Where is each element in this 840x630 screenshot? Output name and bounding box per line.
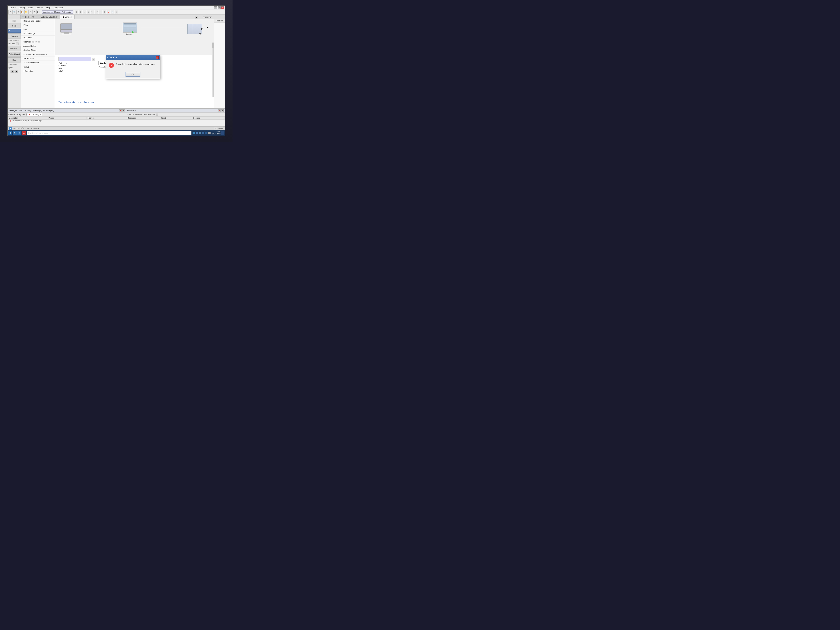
menu-debug[interactable]: Debug [17,6,26,9]
toolbar-stop-btn[interactable]: ■ [87,10,90,14]
dialog-message: No device is responding to the scan requ… [116,63,155,66]
menu-online[interactable]: Online [8,6,17,9]
next-bookmark-btn[interactable]: ↓ Next Bookmark [143,114,155,115]
minimize-button[interactable]: − [214,6,217,9]
sys-tray-network-icon[interactable] [205,132,207,134]
toolbar-btn-5[interactable]: 📁 [24,10,28,14]
toolbar-btn-12[interactable]: ⟶ [95,10,98,14]
toolbar-btn-1[interactable]: ✕ [8,10,12,14]
bookmarks-title: Bookmarks [127,109,136,112]
window-controls: − □ ✕ [214,6,224,9]
toolbar-btn-10[interactable]: ⚙ [79,10,82,14]
sys-tray-icon-2[interactable] [196,132,198,134]
taskbar-record-btn[interactable]: ⏺ [22,131,26,135]
status-toolbox-btn[interactable]: ⊞ [214,127,217,130]
nav-backup-restore[interactable]: Backup and Restore [21,19,55,23]
close-button[interactable]: ✕ [221,6,224,9]
tab-gateway[interactable]: 🔗 Gateway_EtherNetIP [36,15,60,19]
reboot-button[interactable]: Reboot target [8,52,21,57]
messages-cell-desc: No connection to target: Ein Verbindungs… [8,120,47,122]
toolbar-btn-8[interactable]: ▶ [36,10,40,14]
dialog-buttons: OK [106,71,160,79]
messages-title: Messages - Total: 1 error(s), 0 warning(… [9,109,54,112]
sidebar-input[interactable]: ht [8,29,21,33]
toolbar-btn-4[interactable]: 📋 [21,10,24,14]
toolbar-run-btn[interactable]: ▶ [83,10,86,14]
dialog-ok-button[interactable]: OK [126,72,140,76]
nav-users-groups[interactable]: Users and Groups [21,40,55,44]
bookmarks-close-btn[interactable]: ✕ [221,109,224,112]
menu-help[interactable]: Help [45,6,52,9]
messages-row-1: No connection to target: Ein Verbindungs… [8,120,126,122]
taskbar-clock: 13:06 27.04.2022 [212,131,221,135]
messages-filter-arrow[interactable]: ▼ [26,114,27,116]
sys-tray-volume-icon[interactable] [208,132,210,134]
nav-symbol-rights[interactable]: Symbol Rights [21,48,55,52]
nav-licensed-software[interactable]: Licensed Software Metrics [21,52,55,57]
toolbar-btn-17[interactable]: ↻ [115,10,118,14]
status-icon-1[interactable]: ▶ [9,127,12,130]
toolbar-btn-11[interactable]: ⟵ [91,10,94,14]
sys-tray-icon-1[interactable] [193,132,195,134]
nav-plc-shell[interactable]: PLC Shell [21,36,55,40]
tab-dropdown-btn[interactable]: ▼ [195,16,197,19]
bookmarks-pin-btn[interactable]: 📌 [218,109,221,112]
manage-button[interactable]: Manage... [8,46,21,51]
toolbar: ✕ 🔍 ⚙ 📋 📁 ⟳ ↗ ▶ Application [Device: PLC… [8,9,225,14]
toolbar-btn-16[interactable]: 📋 [111,10,114,14]
nav-files[interactable]: Files [21,23,55,27]
toolbar-btn-9[interactable]: ⚙ [75,10,78,14]
for-rasp-more-btn[interactable]: ... [16,43,19,45]
show-desktop-btn[interactable] [221,131,224,135]
toolbar-btn-7[interactable]: ↗ [32,10,36,14]
tab-plc-prg[interactable]: 🔧 PLC_PRG [21,15,36,19]
sys-tray-icon-3[interactable] [199,132,201,134]
sidebar-scroll-down[interactable]: ▼ [11,70,14,73]
messages-panel-icons: 📌 ✕ [119,109,125,112]
bookmarks-toolbar: ↑ Pre. Ass Bookmark ↓ Next Bookmark ▼ [126,113,225,117]
nav-iec-objects[interactable]: IEC Objects [21,57,55,61]
sidebar-expand-btn[interactable]: ▶ [14,70,18,73]
dialog-title: CODESYS [107,57,117,59]
nav-status[interactable]: Status [21,65,55,69]
nav-access-rights[interactable]: Access Rights [21,44,55,48]
toolbar-btn-6[interactable]: ⟳ [28,10,32,14]
dialog-close-button[interactable]: ✕ [156,56,159,59]
taskbar-task-view-btn[interactable]: ⊟ [17,131,21,135]
taskbar-windows-btn[interactable]: ⊞ [8,131,13,135]
taskbar-search-box[interactable]: Suchbegriff hier eingeben [27,131,191,135]
toolbar-btn-2[interactable]: 🔍 [13,10,16,14]
tab-device-close-icon[interactable]: ✕ [71,16,73,18]
menu-tools[interactable]: Tools [27,6,34,9]
stop-button[interactable]: Stop [8,57,21,63]
toolbox-tab-btn[interactable]: ToolBox [203,16,212,19]
maximize-button[interactable]: □ [218,6,221,9]
taskbar-search-icon[interactable]: 🔍 [13,131,17,135]
bookmark-more-btn[interactable]: ▼ [156,114,158,116]
menu-composer[interactable]: Composer [52,6,65,9]
laptop-frame: Online Debug Tools Window Help Composer … [0,0,232,142]
messages-pin-btn[interactable]: 📌 [119,109,122,112]
screen-area: Online Debug Tools Window Help Composer … [7,5,225,136]
prev-bookmark-btn[interactable]: ↑ Pre. Ass Bookmark [127,114,142,115]
nav-task-deployment[interactable]: Task Deployment [21,61,55,65]
toolbar-btn-13[interactable]: ⇥ [99,10,102,14]
toolbar-btn-15[interactable]: 📊 [107,10,110,14]
error-filter-dropdown[interactable]: 1 error(s) ▼ [27,113,42,116]
toolbox-panel: ToolBox [214,19,225,108]
sys-tray-icon-4[interactable] [202,132,204,134]
remove-button[interactable]: Remove [8,33,21,38]
tab-device[interactable]: 📱 Device ✕ [60,15,75,19]
nav-plc-settings[interactable]: PLC Settings [21,32,55,36]
scan-button[interactable]: Scan [8,23,21,28]
nav-log[interactable]: Log [21,27,55,32]
messages-close-btn[interactable]: ✕ [122,109,125,112]
sidebar-scroll-up[interactable]: ▲ [13,20,16,22]
messages-table-header: Description Project Position [8,117,126,120]
tab-device-icon: 📱 [62,16,64,18]
menu-window[interactable]: Window [35,6,44,9]
toolbar-btn-3[interactable]: ⚙ [16,10,20,14]
toolbar-btn-14[interactable]: ⊕ [103,10,106,14]
nav-information[interactable]: Information [21,69,55,73]
dialog-title-bar: CODESYS ✕ [106,55,160,60]
